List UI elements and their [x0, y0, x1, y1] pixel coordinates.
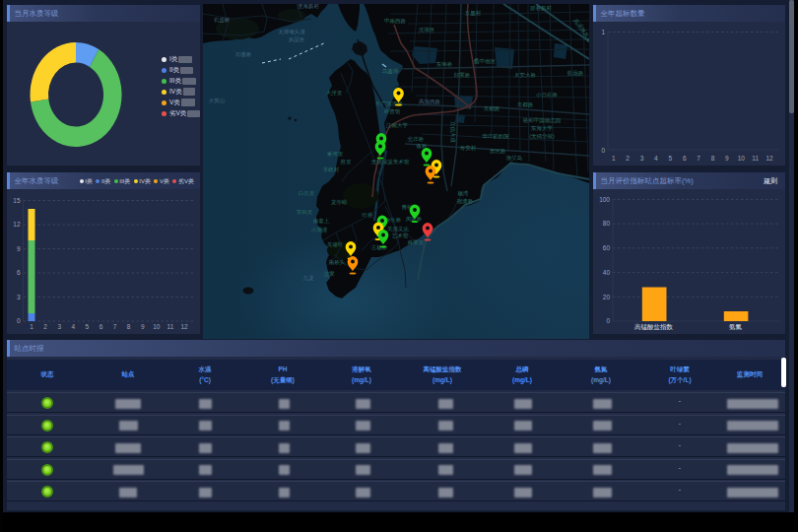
svg-text:蠡中地区: 蠡中地区	[474, 57, 497, 64]
svg-text:60: 60	[603, 244, 611, 251]
svg-text:小湖渚: 小湖渚	[310, 227, 328, 233]
svg-text:江南大学: 江南大学	[386, 122, 409, 129]
svg-text:0: 0	[17, 317, 21, 324]
svg-text:东海大学: 东海大学	[530, 125, 554, 132]
svg-text:11: 11	[752, 155, 759, 162]
svg-text:吴溪文化: 吴溪文化	[387, 226, 410, 233]
svg-text:五星村: 五星村	[465, 10, 482, 17]
svg-text:沈家: 沈家	[324, 271, 336, 278]
svg-text:艺术馆: 艺术馆	[392, 233, 409, 239]
svg-text:12: 12	[180, 323, 188, 330]
svg-text:1: 1	[612, 155, 616, 162]
svg-text:10: 10	[738, 155, 746, 162]
svg-text:1: 1	[601, 29, 605, 35]
svg-text:薛家里: 薛家里	[408, 239, 425, 245]
svg-text:祝塘桥: 祝塘桥	[457, 198, 474, 205]
svg-text:机场路: 机场路	[567, 70, 584, 77]
svg-text:40: 40	[603, 269, 611, 276]
svg-text:3: 3	[640, 155, 644, 162]
svg-text:中南西路: 中南西路	[384, 18, 407, 25]
svg-text:4: 4	[71, 323, 75, 330]
svg-text:11: 11	[167, 323, 174, 330]
svg-text:5: 5	[668, 155, 672, 162]
svg-text:高浪西路: 高浪西路	[419, 99, 441, 105]
svg-text:叶巷: 叶巷	[363, 212, 374, 218]
svg-text:九龙: 九龙	[303, 275, 315, 281]
svg-text:80: 80	[603, 220, 611, 227]
svg-text:9: 9	[141, 323, 145, 330]
svg-text:华庄影剧院: 华庄影剧院	[482, 133, 509, 140]
svg-text:6: 6	[683, 155, 687, 162]
svg-text:南泰上: 南泰上	[313, 218, 330, 224]
svg-text:2: 2	[43, 323, 47, 330]
svg-text:5: 5	[86, 323, 90, 330]
svg-text:板桥: 板桥	[416, 143, 429, 149]
svg-text:风景区: 风景区	[289, 36, 305, 42]
svg-text:大浮里: 大浮里	[326, 90, 343, 97]
svg-text:7: 7	[113, 323, 117, 330]
svg-text:大箕山: 大箕山	[209, 98, 226, 103]
svg-text:贡区路: 贡区路	[490, 148, 506, 154]
svg-text:渔父岛: 渔父岛	[506, 155, 523, 162]
svg-text:6: 6	[17, 269, 21, 276]
svg-text:1: 1	[30, 323, 33, 330]
svg-text:8: 8	[711, 155, 715, 162]
svg-text:吴堤叶: 吴堤叶	[327, 241, 344, 248]
svg-text:杨湾: 杨湾	[457, 190, 470, 197]
svg-text:氨氮: 氨氮	[729, 323, 743, 330]
svg-text:吴都路: 吴都路	[484, 105, 500, 112]
svg-text:高锰酸盐指数: 高锰酸盐指数	[634, 323, 674, 331]
svg-text:小日在桥: 小日在桥	[535, 92, 559, 99]
svg-text:舜生桥: 舜生桥	[385, 217, 402, 223]
svg-text:太湖鼋头渚: 太湖鼋头渚	[278, 29, 305, 35]
svg-text:滨湖区: 滨湖区	[419, 27, 435, 33]
svg-text:科普馆: 科普馆	[384, 108, 401, 115]
svg-text:寿安村: 寿安村	[460, 145, 477, 152]
svg-text:乌鑫湖: 乌鑫湖	[382, 68, 399, 75]
svg-text:20: 20	[603, 294, 611, 300]
svg-text:白石里: 白石里	[299, 190, 315, 197]
svg-text:8: 8	[127, 323, 131, 330]
svg-text:天安大桥: 天安大桥	[514, 72, 537, 78]
svg-text:石塘桥: 石塘桥	[235, 51, 252, 58]
svg-text:3: 3	[57, 323, 61, 330]
svg-text:2: 2	[626, 155, 630, 162]
svg-text:12: 12	[765, 155, 773, 162]
svg-text:100: 100	[599, 196, 610, 203]
svg-text:6: 6	[100, 323, 103, 330]
svg-text:12: 12	[13, 221, 21, 228]
svg-text:15: 15	[13, 197, 21, 204]
svg-text:10: 10	[153, 323, 161, 330]
svg-text:邱家桥: 邱家桥	[453, 72, 471, 78]
svg-text:0: 0	[601, 147, 605, 154]
svg-text:东绛桥: 东绛桥	[435, 61, 453, 67]
svg-text:邵巷新村: 邵巷新村	[529, 5, 553, 12]
svg-text:重埠里: 重埠里	[327, 151, 344, 157]
svg-text:3: 3	[17, 294, 21, 300]
svg-text:吴都路: 吴都路	[517, 101, 534, 108]
svg-text:东钩里: 东钩里	[296, 209, 313, 215]
svg-text:无锡绿波美术馆: 无锡绿波美术馆	[371, 159, 410, 166]
svg-text:9: 9	[725, 155, 729, 162]
svg-text:9: 9	[17, 245, 21, 252]
svg-text:南桥头: 南桥头	[329, 259, 346, 265]
svg-text:羊岐村: 羊岐村	[323, 166, 340, 173]
svg-text:容里: 容里	[341, 159, 353, 166]
svg-text:0: 0	[606, 317, 610, 324]
svg-text:立信大道: 立信大道	[449, 121, 456, 144]
svg-text:7: 7	[697, 155, 700, 162]
svg-text:格和中国物志园: 格和中国物志园	[522, 117, 562, 124]
svg-text:北庄桥: 北庄桥	[407, 136, 425, 143]
svg-text:古杨桥: 古杨桥	[371, 244, 388, 251]
svg-text:龙寺峪: 龙寺峪	[331, 199, 348, 205]
svg-text:(无锡分校): (无锡分校)	[529, 133, 555, 140]
svg-text:石皮峡: 石皮峡	[214, 17, 231, 24]
svg-text:4: 4	[654, 155, 658, 162]
